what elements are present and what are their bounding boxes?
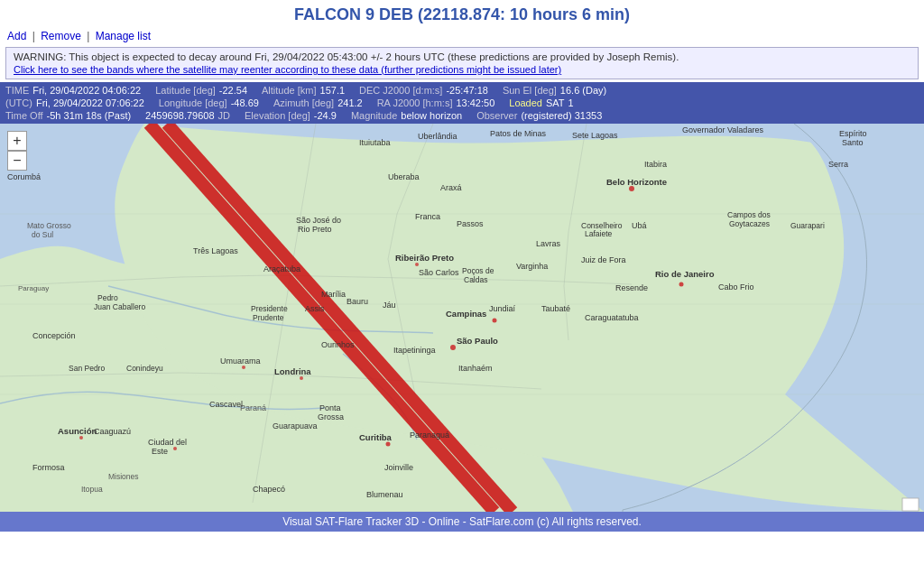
time-value: Fri, 29/04/2022 04:06:22 bbox=[32, 85, 141, 96]
svg-text:Guarapari: Guarapari bbox=[790, 221, 825, 230]
remove-link[interactable]: Remove bbox=[41, 30, 81, 42]
svg-text:Itopua: Itopua bbox=[81, 485, 103, 494]
az-label: Azimuth [deg] bbox=[273, 97, 334, 108]
svg-text:Este: Este bbox=[152, 447, 168, 456]
svg-text:Caldas: Caldas bbox=[464, 275, 487, 284]
svg-text:São Carlos: São Carlos bbox=[419, 268, 459, 277]
svg-point-3 bbox=[450, 345, 456, 350]
sunel-cell: Sun El [deg] 16.6 (Day) bbox=[503, 85, 606, 96]
svg-text:Itabira: Itabira bbox=[644, 160, 667, 169]
loaded-cell: Loaded SAT 1 bbox=[509, 97, 573, 108]
svg-text:San Pedro: San Pedro bbox=[69, 364, 105, 373]
svg-text:Campos dos: Campos dos bbox=[727, 210, 771, 219]
svg-rect-93 bbox=[902, 498, 919, 511]
svg-text:Itanhaém: Itanhaém bbox=[458, 364, 493, 373]
svg-text:Guarapuava: Guarapuava bbox=[273, 421, 318, 430]
zoom-out-button[interactable]: − bbox=[7, 151, 27, 171]
svg-text:Curitiba: Curitiba bbox=[359, 432, 393, 442]
warning-text: WARNING: This object is expected to deca… bbox=[14, 51, 679, 62]
svg-text:Belo Horizonte: Belo Horizonte bbox=[606, 177, 667, 187]
svg-point-11 bbox=[79, 436, 83, 440]
svg-text:Ubá: Ubá bbox=[632, 221, 647, 230]
svg-text:Três Lagoas: Três Lagoas bbox=[193, 246, 238, 255]
info-bar: TIME Fri, 29/04/2022 04:06:22 Latitude [… bbox=[0, 82, 924, 124]
svg-text:Asunción: Asunción bbox=[58, 426, 97, 436]
info-row-2: (UTC) Fri, 29/04/2022 07:06:22 Longitude… bbox=[0, 97, 924, 109]
svg-text:Varginha: Varginha bbox=[516, 262, 548, 271]
svg-text:Espírito: Espírito bbox=[839, 129, 867, 138]
svg-point-8 bbox=[415, 263, 419, 266]
svg-text:Paraná: Paraná bbox=[240, 403, 266, 412]
svg-text:Itapetininga: Itapetininga bbox=[393, 346, 436, 355]
svg-text:Santo: Santo bbox=[842, 138, 864, 147]
svg-text:Ciudad del: Ciudad del bbox=[148, 438, 187, 447]
lat-value: -22.54 bbox=[219, 85, 247, 96]
svg-text:Caraguatatuba: Caraguatatuba bbox=[585, 313, 639, 322]
svg-text:Lavras: Lavras bbox=[536, 239, 561, 248]
map-container[interactable]: Corumbá Ituiutaba Uberlândia Patos de Mi… bbox=[0, 124, 924, 512]
svg-text:Caaguazú: Caaguazú bbox=[94, 427, 131, 436]
timeoff-cell: Time Off -5h 31m 18s (Past) bbox=[5, 110, 131, 121]
svg-text:Araxá: Araxá bbox=[440, 183, 462, 192]
svg-text:Taubaté: Taubaté bbox=[541, 304, 570, 313]
mag-cell: Magnitude below horizon bbox=[351, 110, 462, 121]
svg-text:Campinas: Campinas bbox=[446, 309, 486, 319]
svg-text:Umuarama: Umuarama bbox=[220, 356, 261, 366]
svg-text:Jundiaí: Jundiaí bbox=[489, 304, 516, 313]
zoom-controls[interactable]: + − bbox=[7, 131, 27, 171]
svg-text:Uberlândia: Uberlândia bbox=[418, 132, 457, 141]
svg-point-12 bbox=[173, 447, 177, 450]
manage-link[interactable]: Manage list bbox=[96, 30, 151, 42]
svg-text:Formosa: Formosa bbox=[32, 463, 65, 472]
lon-label: Longitude [deg] bbox=[159, 97, 227, 108]
ra-value: 13:42:50 bbox=[456, 97, 494, 108]
svg-text:Chapecó: Chapecó bbox=[253, 485, 285, 494]
jd-cell: 2459698.79608 JD bbox=[145, 110, 230, 121]
alt-label: Altitude [km] bbox=[262, 85, 317, 96]
add-link[interactable]: Add bbox=[7, 30, 26, 42]
warning-link[interactable]: Click here to see the bands where the sa… bbox=[14, 64, 910, 75]
svg-text:Uberaba: Uberaba bbox=[388, 172, 420, 181]
obs-cell: Observer (registered) 31353 bbox=[476, 110, 602, 121]
svg-text:Ourinhos: Ourinhos bbox=[321, 340, 355, 349]
time-cell: TIME Fri, 29/04/2022 04:06:22 bbox=[5, 85, 141, 96]
svg-text:Bauru: Bauru bbox=[346, 297, 368, 306]
svg-text:Poços de: Poços de bbox=[462, 266, 494, 275]
svg-point-10 bbox=[242, 366, 245, 369]
ra-cell: RA J2000 [h:m:s] 13:42:50 bbox=[377, 97, 495, 108]
svg-text:Presidente: Presidente bbox=[251, 304, 288, 313]
nav-separator-2: | bbox=[87, 30, 92, 42]
svg-text:Paraguay: Paraguay bbox=[18, 284, 49, 292]
time-label: TIME bbox=[5, 85, 29, 96]
svg-point-9 bbox=[300, 376, 303, 380]
svg-text:Misiones: Misiones bbox=[108, 472, 139, 481]
svg-text:São Paulo: São Paulo bbox=[457, 336, 498, 346]
svg-text:Goytacazes: Goytacazes bbox=[729, 219, 770, 228]
svg-text:Conindeyu: Conindeyu bbox=[126, 364, 163, 373]
lat-cell: Latitude [deg] -22.54 bbox=[155, 85, 247, 96]
obs-value: (registered) 31353 bbox=[521, 110, 602, 121]
az-value: 241.2 bbox=[337, 97, 363, 108]
alt-value: 157.1 bbox=[320, 85, 346, 96]
svg-point-7 bbox=[386, 442, 391, 447]
lat-label: Latitude [deg] bbox=[155, 85, 216, 96]
loaded-sat: SAT bbox=[546, 97, 565, 108]
svg-text:Pedro: Pedro bbox=[97, 293, 118, 302]
svg-text:Concepción: Concepción bbox=[32, 331, 76, 340]
svg-text:Cabo Frio: Cabo Frio bbox=[718, 282, 754, 292]
svg-text:Serra: Serra bbox=[828, 160, 848, 169]
utc-value: Fri, 29/04/2022 07:06:22 bbox=[36, 97, 144, 108]
utc-cell: (UTC) Fri, 29/04/2022 07:06:22 bbox=[5, 97, 144, 108]
svg-text:Sete Lagoas: Sete Lagoas bbox=[572, 131, 618, 140]
lon-value: -48.69 bbox=[231, 97, 259, 108]
svg-text:Resende: Resende bbox=[615, 283, 648, 292]
svg-text:Franca: Franca bbox=[415, 212, 440, 221]
dec-value: -25:47:18 bbox=[446, 85, 487, 96]
jd-label: JD bbox=[218, 110, 230, 121]
zoom-in-button[interactable]: + bbox=[7, 131, 27, 151]
warning-box: WARNING: This object is expected to deca… bbox=[5, 47, 919, 79]
svg-text:Lafaiete: Lafaiete bbox=[585, 229, 613, 238]
svg-text:do Sul: do Sul bbox=[32, 230, 53, 239]
svg-text:Ponta: Ponta bbox=[319, 403, 341, 412]
obs-label: Observer bbox=[476, 110, 517, 121]
